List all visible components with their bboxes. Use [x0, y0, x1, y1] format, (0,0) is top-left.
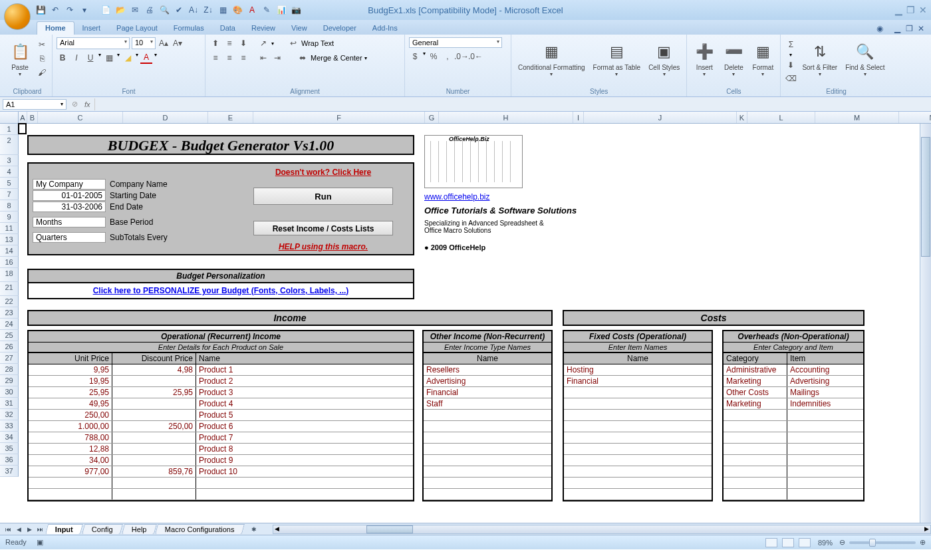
op-income-row[interactable]: 9,954,98Product 1 — [29, 364, 413, 376]
company-input[interactable]: My Company — [33, 179, 106, 190]
row-header-18[interactable]: 18 — [0, 268, 19, 282]
overhead-row[interactable] — [724, 455, 863, 466]
fixed-cost-row[interactable] — [564, 398, 712, 410]
fill-color-icon[interactable]: 🎨 — [231, 4, 243, 16]
zoom-slider-thumb[interactable] — [869, 539, 876, 547]
fixed-cost-row[interactable] — [564, 489, 712, 500]
work-link[interactable]: Doesn't work? Click Here — [275, 168, 371, 177]
first-sheet-icon[interactable]: ⏮ — [3, 525, 13, 534]
row-header-28[interactable]: 28 — [0, 364, 19, 375]
other-income-row[interactable] — [424, 432, 551, 444]
format-as-table-button[interactable]: ▤Format as Table▾ — [591, 37, 644, 81]
col-header-D[interactable]: D — [123, 112, 208, 123]
restore-icon[interactable]: ❐ — [906, 5, 915, 15]
cut-icon[interactable]: ✂ — [36, 39, 48, 51]
tab-home[interactable]: Home — [37, 21, 74, 35]
font-color-icon[interactable]: A — [246, 4, 258, 16]
fixed-cost-row[interactable] — [564, 478, 712, 489]
align-top-icon[interactable]: ⬆ — [209, 37, 221, 49]
mail-icon[interactable]: ✉ — [129, 4, 141, 16]
prev-sheet-icon[interactable]: ◀ — [13, 525, 24, 534]
row-header-26[interactable]: 26 — [0, 341, 19, 352]
autosum-icon[interactable]: Σ — [785, 39, 797, 51]
conditional-formatting-button[interactable]: ▦Conditional Formatting▾ — [515, 37, 588, 81]
font-name-dropdown[interactable]: Arial — [57, 37, 130, 49]
tab-developer[interactable]: Developer — [315, 22, 364, 35]
close-icon[interactable]: ✕ — [919, 5, 927, 15]
personalize-link[interactable]: Click here to PERSONALIZE your Budget (F… — [93, 286, 349, 295]
grid-content[interactable]: BUDGEX - Budget Generator Vs1.00 Doesn't… — [19, 124, 931, 523]
row-header-33[interactable]: 33 — [0, 420, 19, 432]
italic-icon[interactable]: I — [70, 52, 82, 64]
worksheet[interactable]: ABCDEFGHIJKLMN 1234578911131416182122232… — [0, 112, 931, 523]
zoom-slider[interactable] — [849, 541, 916, 544]
tab-page-layout[interactable]: Page Layout — [108, 22, 166, 35]
help-link[interactable]: HELP using this macro. — [279, 242, 368, 251]
row-header-9[interactable]: 9 — [0, 211, 19, 223]
col-header-I[interactable]: I — [573, 112, 584, 123]
subtotals-input[interactable]: Quarters — [33, 232, 106, 243]
number-format-dropdown[interactable]: General — [409, 37, 502, 48]
col-header-H[interactable]: H — [439, 112, 573, 123]
fill-icon[interactable]: ⬇ — [785, 59, 797, 71]
fixed-cost-row[interactable]: Hosting — [564, 364, 712, 376]
row-header-30[interactable]: 30 — [0, 386, 19, 398]
currency-icon[interactable]: $ — [409, 51, 421, 63]
op-income-row[interactable] — [29, 489, 413, 500]
highlight-icon[interactable]: ✎ — [261, 4, 273, 16]
new-icon[interactable]: 📄 — [100, 4, 112, 16]
base-period-input[interactable]: Months — [33, 217, 106, 227]
normal-view-icon[interactable] — [765, 538, 777, 547]
decrease-decimal-icon[interactable]: .0← — [469, 51, 481, 63]
other-income-row[interactable] — [424, 478, 551, 489]
clear-icon[interactable]: ⌫ — [785, 72, 797, 84]
fixed-cost-row[interactable] — [564, 455, 712, 466]
col-header-F[interactable]: F — [253, 112, 425, 123]
tab-add-ins[interactable]: Add-Ins — [364, 22, 406, 35]
next-sheet-icon[interactable]: ▶ — [24, 525, 35, 534]
minimize-icon[interactable]: ▁ — [895, 5, 902, 15]
fixed-cost-row[interactable] — [564, 387, 712, 398]
row-header-36[interactable]: 36 — [0, 454, 19, 466]
align-center-icon[interactable]: ≡ — [223, 52, 235, 64]
other-income-row[interactable]: Staff — [424, 398, 551, 410]
tab-formulas[interactable]: Formulas — [166, 22, 212, 35]
row-header-31[interactable]: 31 — [0, 398, 19, 409]
fixed-cost-row[interactable]: Financial — [564, 376, 712, 387]
row-header-34[interactable]: 34 — [0, 432, 19, 443]
page-layout-view-icon[interactable] — [782, 538, 794, 547]
col-header-K[interactable]: K — [737, 112, 747, 123]
save-icon[interactable]: 💾 — [35, 4, 47, 16]
reset-button[interactable]: Reset Income / Costs Lists — [253, 221, 393, 235]
new-sheet-icon[interactable]: ✱ — [249, 525, 259, 534]
sheet-tab-macro[interactable]: Macro Configurations — [155, 524, 245, 534]
col-header-A[interactable]: A — [19, 112, 27, 123]
col-header-J[interactable]: J — [584, 112, 737, 123]
row-header-16[interactable]: 16 — [0, 257, 19, 268]
op-income-row[interactable]: 34,00Product 9 — [29, 455, 413, 466]
preview-icon[interactable]: 🔍 — [158, 4, 170, 16]
increase-indent-icon[interactable]: ⇥ — [271, 52, 283, 64]
close-workbook-icon[interactable]: ✕ — [915, 23, 927, 35]
other-income-row[interactable] — [424, 489, 551, 500]
col-header-L[interactable]: L — [747, 112, 815, 123]
sort-asc-icon[interactable]: A↓ — [188, 4, 200, 16]
borders-icon[interactable]: ▦ — [217, 4, 229, 16]
other-income-row[interactable] — [424, 421, 551, 432]
qat-dropdown-icon[interactable]: ▾ — [78, 4, 90, 16]
open-icon[interactable]: 📂 — [114, 4, 126, 16]
officehelp-url[interactable]: www.officehelp.biz — [424, 192, 490, 202]
op-income-row[interactable]: 977,00859,76Product 10 — [29, 466, 413, 478]
increase-decimal-icon[interactable]: .0→ — [456, 51, 467, 63]
comma-icon[interactable]: , — [442, 51, 454, 63]
redo-icon[interactable]: ↷ — [64, 4, 76, 16]
camera-icon[interactable]: 📷 — [290, 4, 302, 16]
select-all-corner[interactable] — [0, 112, 19, 124]
overhead-row[interactable]: AdministrativeAccounting — [724, 364, 863, 376]
overhead-row[interactable] — [724, 410, 863, 421]
sheet-tab-config[interactable]: Config — [82, 524, 123, 534]
align-left-icon[interactable]: ≡ — [209, 52, 221, 64]
undo-icon[interactable]: ↶ — [49, 4, 61, 16]
tab-data[interactable]: Data — [212, 22, 243, 35]
other-income-row[interactable]: Resellers — [424, 364, 551, 376]
